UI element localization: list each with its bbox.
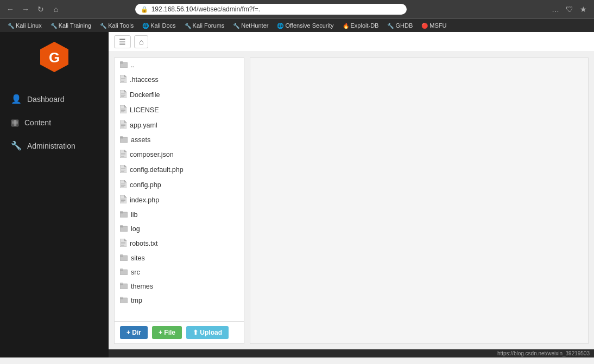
file-icon (120, 239, 127, 248)
list-item[interactable]: assets (115, 133, 244, 147)
file-name-text: config.php (130, 181, 161, 189)
bookmark-nethunter[interactable]: 🔧 NetHunter (230, 21, 271, 30)
svg-rect-27 (120, 137, 123, 138)
file-icon (120, 180, 127, 190)
list-item[interactable]: LICENSE (115, 103, 244, 118)
file-list-container: .. .htaccess Dockerfile LICENSE (115, 58, 244, 343)
bookmark-ghdb[interactable]: 🔧 GHDB (384, 21, 416, 30)
address-bar[interactable]: 🔒 192.168.56.104/websec/admin/fm?f=. (135, 4, 407, 15)
more-button[interactable]: … (549, 3, 561, 15)
fm-panel: .. .htaccess Dockerfile LICENSE (109, 52, 594, 349)
file-icon (120, 120, 127, 130)
dashboard-label: Dashboard (27, 95, 65, 104)
main-content: ☰ ⌂ .. .htaccess (109, 32, 594, 357)
browser-actions: … 🛡 ★ (549, 3, 590, 15)
folder-icon (120, 282, 128, 291)
list-item[interactable]: robots.txt (115, 236, 244, 251)
logo-hexagon: G (38, 41, 71, 73)
kali-forums-label: Kali Forums (193, 22, 225, 29)
svg-marker-16 (124, 105, 127, 107)
add-dir-button[interactable]: + Dir (120, 326, 148, 339)
file-name-text: config.default.php (130, 166, 184, 174)
file-name-text: index.php (130, 196, 159, 204)
msfu-label: MSFU (429, 22, 446, 29)
svg-marker-29 (124, 150, 127, 152)
kali-docs-icon: 🌐 (142, 23, 149, 29)
folder-icon (120, 296, 128, 305)
fm-toolbar: ☰ ⌂ (109, 32, 594, 52)
file-list-body: .. .htaccess Dockerfile LICENSE (115, 58, 244, 321)
svg-rect-67 (120, 283, 123, 284)
nethunter-label: NetHunter (241, 22, 268, 29)
list-item[interactable]: .. (115, 58, 244, 72)
folder-icon (120, 210, 128, 219)
list-item[interactable]: sites (115, 251, 244, 265)
svg-marker-55 (124, 239, 127, 241)
ghdb-label: GHDB (395, 22, 413, 29)
file-name-text: lib (131, 211, 138, 219)
list-item[interactable]: index.php (115, 193, 244, 208)
exploit-db-icon: 🔥 (343, 23, 349, 29)
content-label: Content (24, 118, 51, 127)
kali-tools-label: Kali Tools (108, 22, 134, 29)
home-button[interactable]: ⌂ (50, 3, 62, 15)
file-name-text: tmp (131, 297, 142, 304)
sidebar-item-dashboard[interactable]: 👤 Dashboard (0, 87, 109, 111)
bookmarks-bar: 🔧 Kali Linux 🔧 Kali Training 🔧 Kali Tool… (0, 18, 594, 32)
refresh-button[interactable]: ↻ (35, 3, 47, 15)
offensive-security-icon: 🌐 (277, 23, 283, 29)
file-name-text: assets (131, 136, 150, 144)
upload-button[interactable]: ⬆ Upload (186, 326, 229, 339)
bookmark-kali-tools[interactable]: 🔧 Kali Tools (97, 21, 137, 30)
bookmark-kali-linux[interactable]: 🔧 Kali Linux (4, 21, 45, 30)
folder-icon (120, 254, 128, 263)
file-list-panel: .. .htaccess Dockerfile LICENSE (114, 58, 244, 344)
shield-button[interactable]: 🛡 (564, 3, 576, 15)
browser-nav: ← → ↻ ⌂ 🔒 192.168.56.104/websec/admin/fm… (0, 0, 594, 18)
bookmark-msfu[interactable]: 🔴 MSFU (418, 21, 450, 30)
list-item[interactable]: themes (115, 279, 244, 293)
bookmark-button[interactable]: ★ (578, 3, 590, 15)
file-name-text: log (131, 225, 140, 233)
exploit-db-label: Exploit-DB (351, 22, 379, 29)
list-item[interactable]: config.default.php (115, 162, 244, 177)
list-item[interactable]: config.php (115, 177, 244, 193)
nethunter-icon: 🔧 (233, 23, 239, 29)
folder-icon (120, 225, 128, 233)
bookmark-offensive-security[interactable]: 🌐 Offensive Security (274, 21, 337, 30)
list-item[interactable]: tmp (115, 293, 244, 308)
folder-icon (120, 268, 128, 277)
bookmark-kali-forums[interactable]: 🔧 Kali Forums (181, 21, 228, 30)
ghdb-icon: 🔧 (387, 23, 394, 29)
fm-actions: + Dir + File ⬆ Upload (115, 321, 244, 343)
file-name-text: Dockerfile (130, 91, 160, 99)
bookmark-exploit-db[interactable]: 🔥 Exploit-DB (339, 21, 382, 30)
status-text: https://blog.csdn.net/weixin_39219503 (497, 350, 590, 356)
list-item[interactable]: lib (115, 208, 244, 222)
file-name-text: LICENSE (130, 106, 159, 114)
file-icon (120, 90, 127, 100)
list-item[interactable]: Dockerfile (115, 87, 244, 103)
list-item[interactable]: app.yaml (115, 118, 244, 133)
content-icon: ▦ (11, 117, 19, 127)
kali-linux-label: Kali Linux (16, 22, 42, 29)
list-item[interactable]: src (115, 265, 244, 279)
menu-toggle-button[interactable]: ☰ (114, 35, 131, 48)
add-file-button[interactable]: + File (152, 326, 182, 339)
list-item[interactable]: composer.json (115, 147, 244, 162)
back-button[interactable]: ← (4, 3, 16, 15)
sidebar-item-content[interactable]: ▦ Content (0, 111, 109, 134)
file-name-text: .. (131, 61, 135, 69)
svg-marker-39 (124, 180, 127, 182)
list-item[interactable]: .htaccess (115, 72, 244, 87)
home-nav-button[interactable]: ⌂ (134, 35, 148, 48)
sidebar-item-administration[interactable]: 🔧 Administration (0, 134, 109, 157)
forward-button[interactable]: → (20, 3, 31, 15)
bookmark-kali-docs[interactable]: 🌐 Kali Docs (139, 21, 179, 30)
svg-rect-50 (120, 212, 123, 213)
list-item[interactable]: log (115, 222, 244, 236)
app-container: G 👤 Dashboard ▦ Content 🔧 Administration… (0, 32, 594, 357)
browser-chrome: ← → ↻ ⌂ 🔒 192.168.56.104/websec/admin/fm… (0, 0, 594, 32)
kali-linux-icon: 🔧 (8, 23, 14, 29)
bookmark-kali-training[interactable]: 🔧 Kali Training (47, 21, 95, 30)
